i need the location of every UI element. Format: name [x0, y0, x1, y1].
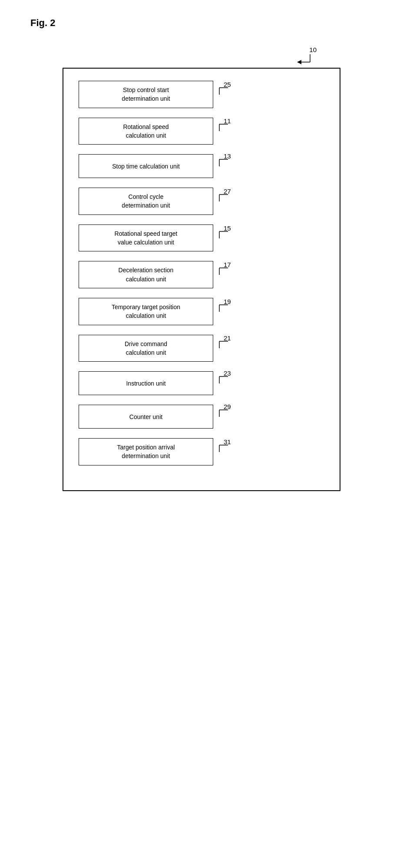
unit-number-29: 29: [224, 403, 231, 410]
unit-number-25: 25: [224, 81, 231, 88]
unit-number-19: 19: [224, 298, 231, 305]
unit-tick-19: [215, 304, 230, 319]
unit-tick-11: [215, 123, 230, 139]
unit-box-11: Rotational speed calculation unit: [79, 118, 213, 145]
unit-label-21: Drive command calculation unit: [125, 340, 167, 357]
unit-number-13: 13: [224, 152, 231, 160]
unit-label-15: Rotational speed target value calculatio…: [115, 229, 178, 247]
unit-label-31: Target position arrival determination un…: [117, 443, 175, 461]
unit-box-29: Counter unit: [79, 405, 213, 429]
unit-label-29: Counter unit: [129, 413, 162, 421]
unit-tick-27: [215, 194, 230, 209]
figure-title: Fig. 2: [30, 17, 377, 29]
unit-row-19: Temporary target position calculation un…: [79, 298, 324, 325]
unit-box-15: Rotational speed target value calculatio…: [79, 224, 213, 252]
unit-number-23: 23: [224, 370, 231, 377]
svg-marker-2: [297, 60, 301, 64]
unit-row-29: Counter unit29: [79, 405, 324, 429]
unit-number-15: 15: [224, 224, 231, 232]
unit-number-31: 31: [224, 438, 231, 446]
unit-tick-15: [215, 231, 230, 246]
unit-box-13: Stop time calculation unit: [79, 154, 213, 178]
unit-row-11: Rotational speed calculation unit11: [79, 118, 324, 145]
unit-box-31: Target position arrival determination un…: [79, 438, 213, 465]
unit-label-11: Rotational speed calculation unit: [123, 122, 168, 140]
unit-row-31: Target position arrival determination un…: [79, 438, 324, 465]
unit-row-21: Drive command calculation unit21: [79, 335, 324, 362]
unit-label-23: Instruction unit: [126, 379, 165, 388]
unit-row-27: Control cycle determination unit27: [79, 188, 324, 215]
unit-label-27: Control cycle determination unit: [122, 192, 170, 210]
unit-number-21: 21: [224, 334, 231, 342]
unit-number-11: 11: [224, 117, 231, 125]
unit-number-17: 17: [224, 261, 231, 268]
unit-row-13: Stop time calculation unit13: [79, 154, 324, 178]
unit-tick-21: [215, 340, 230, 356]
main-bounding-box: Stop control start determination unit25R…: [63, 68, 340, 491]
unit-label-19: Temporary target position calculation un…: [112, 303, 180, 320]
unit-box-27: Control cycle determination unit: [79, 188, 213, 215]
unit-box-17: Deceleration section calculation unit: [79, 261, 213, 288]
unit-tick-29: [215, 409, 230, 424]
unit-label-25: Stop control start determination unit: [122, 86, 170, 103]
unit-row-15: Rotational speed target value calculatio…: [79, 224, 324, 252]
unit-box-25: Stop control start determination unit: [79, 81, 213, 108]
unit-tick-23: [215, 376, 230, 391]
main-label: 10: [309, 46, 317, 53]
unit-tick-13: [215, 158, 230, 174]
unit-tick-25: [215, 87, 230, 102]
unit-label-17: Deceleration section calculation unit: [119, 266, 174, 284]
unit-box-23: Instruction unit: [79, 371, 213, 395]
unit-box-21: Drive command calculation unit: [79, 335, 213, 362]
unit-box-19: Temporary target position calculation un…: [79, 298, 213, 325]
main-arrow: [293, 54, 314, 69]
unit-row-25: Stop control start determination unit25: [79, 81, 324, 108]
unit-label-13: Stop time calculation unit: [112, 162, 180, 171]
page: Fig. 2 10 Stop control start determinati…: [0, 0, 403, 868]
unit-tick-31: [215, 444, 230, 459]
unit-row-23: Instruction unit23: [79, 371, 324, 395]
unit-tick-17: [215, 267, 230, 282]
unit-number-27: 27: [224, 188, 231, 195]
unit-row-17: Deceleration section calculation unit17: [79, 261, 324, 288]
